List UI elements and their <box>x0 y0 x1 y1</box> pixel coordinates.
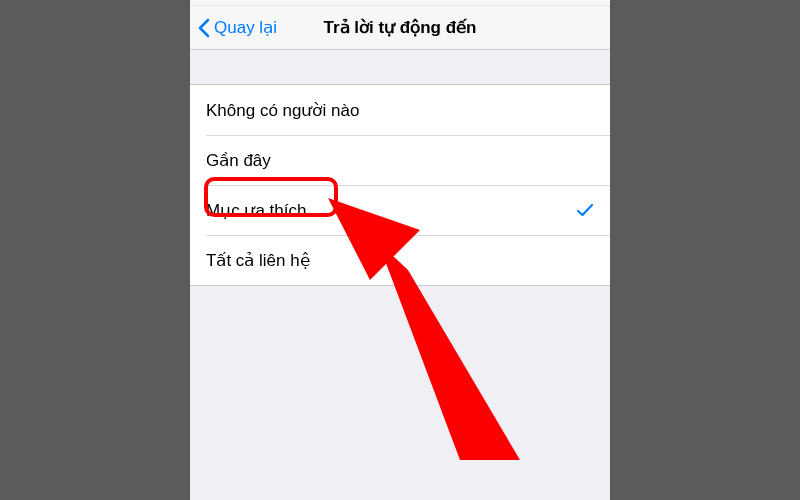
option-favorites[interactable]: Mục ưa thích <box>190 185 610 235</box>
option-label: Gần đây <box>206 150 271 171</box>
option-label: Không có người nào <box>206 100 359 121</box>
option-recents[interactable]: Gần đây <box>190 135 610 185</box>
checkmark-icon <box>576 201 594 219</box>
chevron-left-icon <box>198 18 210 38</box>
page-title: Trả lời tự động đến <box>324 17 477 38</box>
nav-bar: Quay lại Trả lời tự động đến <box>190 6 610 50</box>
option-label: Tất cả liên hệ <box>206 250 310 271</box>
option-all-contacts[interactable]: Tất cả liên hệ <box>190 235 610 285</box>
option-no-one[interactable]: Không có người nào <box>190 85 610 135</box>
back-label: Quay lại <box>214 17 277 38</box>
phone-screen: Quay lại Trả lời tự động đến Không có ng… <box>190 0 610 500</box>
back-button[interactable]: Quay lại <box>198 17 277 38</box>
options-list: Không có người nào Gần đây Mục ưa thích … <box>190 84 610 286</box>
list-spacer <box>190 50 610 84</box>
option-label: Mục ưa thích <box>206 200 306 221</box>
